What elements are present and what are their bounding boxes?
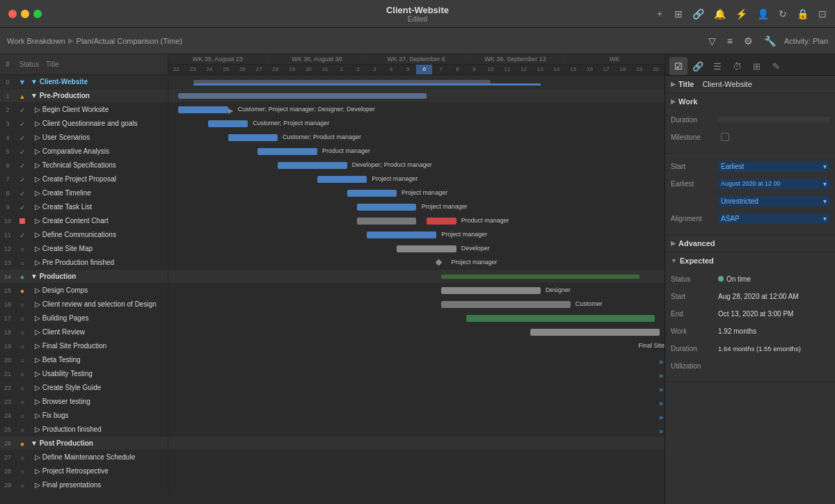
rp-expected-header[interactable]: ▼ Expected xyxy=(665,252,835,269)
lock-icon[interactable]: 🔒 xyxy=(797,8,809,19)
table-row[interactable]: 23 ○ ▷ Browser testing » xyxy=(0,395,665,409)
table-row[interactable]: 11 ✓ ▷ Define Communications Project man… xyxy=(0,228,665,242)
table-row[interactable]: 13 ○ ▷ Pre Production finished Project m… xyxy=(0,256,665,270)
table-row[interactable]: 28 ○ ▷ Project Retrospective xyxy=(0,464,665,478)
rp-unrestricted-select[interactable]: Unrestricted ▾ xyxy=(718,196,829,206)
breadcrumb-item-2[interactable]: Plan/Actual Comparison (Time) xyxy=(77,37,182,45)
table-row[interactable]: 1 ▲ ▼ Pre-Production xyxy=(0,89,665,103)
table-row[interactable]: 8 ✓ ▷ Create Timeline Project manager xyxy=(0,186,665,200)
row-title-21[interactable]: ▷ Usability Testing xyxy=(29,370,168,377)
row-title-23[interactable]: ▷ Browser testing xyxy=(29,398,168,405)
rp-tab-list[interactable]: ☰ xyxy=(708,57,726,75)
row-title-9[interactable]: ▷ Create Task List xyxy=(29,203,168,211)
row-title-13[interactable]: ▷ Pre Production finished xyxy=(29,259,168,266)
wrench-button[interactable]: 🔧 xyxy=(761,34,779,48)
table-row[interactable]: 18 ○ ▷ Client Review xyxy=(0,325,665,339)
sort-button[interactable]: ≡ xyxy=(724,34,735,48)
table-row[interactable]: 16 ○ ▷ Client review and selection of De… xyxy=(0,298,665,311)
rp-title-header[interactable]: ▶ Title Client-Website xyxy=(665,76,835,92)
gantt-row-11: Project manager xyxy=(168,228,665,242)
table-row[interactable]: 24 ○ ▷ Fix bugs » xyxy=(0,409,665,423)
table-row[interactable]: 17 ○ ▷ Building Pages xyxy=(0,311,665,325)
rp-milestone-checkbox[interactable] xyxy=(721,133,729,141)
disc-work-icon: ▶ xyxy=(671,98,676,105)
user-icon[interactable]: 👤 xyxy=(757,8,769,19)
table-row[interactable]: 21 ○ ▷ Usability Testing » xyxy=(0,367,665,381)
row-title-7[interactable]: ▷ Create Project Proposal xyxy=(29,175,168,183)
row-title-0[interactable]: ▼ Client-Website xyxy=(29,78,168,86)
table-row[interactable]: 15 ● ▷ Design Comps Designer xyxy=(0,284,665,298)
row-title-3[interactable]: ▷ Client Questionnaire and goals xyxy=(29,120,168,127)
row-title-18[interactable]: ▷ Client Review xyxy=(29,328,168,336)
row-title-20[interactable]: ▷ Beta Testing xyxy=(29,356,168,364)
table-row[interactable]: 4 ✓ ▷ User Scenarios Customer; Product m… xyxy=(0,131,665,145)
row-title-11[interactable]: ▷ Define Communications xyxy=(29,231,168,238)
row-title-10[interactable]: ▷ Create Content Chart xyxy=(29,217,168,225)
table-row[interactable]: 20 ○ ▷ Beta Testing » xyxy=(0,353,665,367)
bolt-icon[interactable]: ⚡ xyxy=(735,8,747,19)
settings-button[interactable]: ⚙ xyxy=(741,34,756,48)
close-button[interactable] xyxy=(8,10,17,18)
row-status-2: ✓ xyxy=(15,106,29,114)
rp-advanced-header[interactable]: ▶ Advanced xyxy=(665,235,835,252)
table-row[interactable]: 2 ✓ ▷ Begin Client Worksite Customer; Pr… xyxy=(0,103,665,117)
link-icon[interactable]: 🔗 xyxy=(692,8,704,19)
rp-alignment-select[interactable]: ASAP ▾ xyxy=(718,213,829,224)
row-title-29[interactable]: ▷ Final presentations xyxy=(29,481,168,489)
table-row[interactable]: 14 ● ▼ Production xyxy=(0,270,665,284)
table-row[interactable]: 29 ○ ▷ Final presentations xyxy=(0,478,665,492)
row-title-22[interactable]: ▷ Create Style Guide xyxy=(29,384,168,391)
grid-icon[interactable]: ⊞ xyxy=(674,8,683,19)
bell-icon[interactable]: 🔔 xyxy=(714,8,726,19)
table-row[interactable]: 22 ○ ▷ Create Style Guide » xyxy=(0,381,665,395)
table-row[interactable]: 7 ✓ ▷ Create Project Proposal Project ma… xyxy=(0,172,665,186)
row-title-14[interactable]: ▼ Production xyxy=(29,273,168,280)
filter-button[interactable]: ▽ xyxy=(706,34,719,48)
rp-work-header[interactable]: ▶ Work xyxy=(665,93,835,110)
table-row[interactable]: 19 ○ ▷ Final Site Production Final Site xyxy=(0,339,665,353)
refresh-icon[interactable]: ↻ xyxy=(779,8,787,19)
row-title-25[interactable]: ▷ Production finished xyxy=(29,425,168,433)
rp-tab-grid[interactable]: ⊞ xyxy=(747,57,765,75)
table-row[interactable]: 12 ○ ▷ Create Site Map Developer xyxy=(0,242,665,256)
row-title-24[interactable]: ▷ Fix bugs xyxy=(29,412,168,419)
window-icon[interactable]: ⊡ xyxy=(818,8,827,19)
table-row[interactable]: 26 ● ▼ Post Production xyxy=(0,437,665,450)
rp-tab-info[interactable]: ☑ xyxy=(669,57,687,75)
row-title-26[interactable]: ▼ Post Production xyxy=(29,439,168,447)
row-title-6[interactable]: ▷ Technical Specifications xyxy=(29,161,168,169)
table-row[interactable]: 0 ▼ ▼ Client-Website xyxy=(0,75,665,89)
row-title-27[interactable]: ▷ Define Maintenance Schedule xyxy=(29,453,168,461)
rp-earliest-select[interactable]: August 2020 at 12 00 ▾ xyxy=(718,179,829,189)
row-num-10: 10 xyxy=(0,218,15,225)
breadcrumb-item-1[interactable]: Work Breakdown xyxy=(7,37,65,45)
table-row[interactable]: 3 ✓ ▷ Client Questionnaire and goals Cus… xyxy=(0,117,665,131)
row-title-15[interactable]: ▷ Design Comps xyxy=(29,286,168,294)
rp-tab-edit[interactable]: ✎ xyxy=(767,57,785,75)
row-title-16[interactable]: ▷ Client review and selection of Design xyxy=(29,300,168,308)
table-row[interactable]: 25 ○ ▷ Production finished » xyxy=(0,423,665,437)
row-num-27: 27 xyxy=(0,454,15,461)
table-row[interactable]: 6 ✓ ▷ Technical Specifications Developer… xyxy=(0,158,665,172)
minimize-button[interactable] xyxy=(21,10,29,18)
row-title-19[interactable]: ▷ Final Site Production xyxy=(29,342,168,350)
table-row[interactable]: 5 ✓ ▷ Comparative Analysis Product manag… xyxy=(0,145,665,158)
rp-tab-clock[interactable]: ⏱ xyxy=(728,57,746,75)
table-row[interactable]: 9 ✓ ▷ Create Task List Project manager xyxy=(0,200,665,214)
rp-tab-link[interactable]: 🔗 xyxy=(689,57,707,75)
fullscreen-button[interactable] xyxy=(33,10,42,18)
rp-start-select[interactable]: Earliest ▾ xyxy=(718,161,829,172)
traffic-lights[interactable] xyxy=(8,10,42,18)
row-title-17[interactable]: ▷ Building Pages xyxy=(29,314,168,322)
titlebar-icons[interactable]: ＋ ⊞ 🔗 🔔 ⚡ 👤 ↻ 🔒 ⊡ xyxy=(655,8,827,20)
table-row[interactable]: 27 ○ ▷ Define Maintenance Schedule xyxy=(0,450,665,464)
row-title-5[interactable]: ▷ Comparative Analysis xyxy=(29,147,168,155)
row-title-28[interactable]: ▷ Project Retrospective xyxy=(29,467,168,475)
row-title-1[interactable]: ▼ Pre-Production xyxy=(29,92,168,99)
row-title-2[interactable]: ▷ Begin Client Worksite xyxy=(29,106,168,113)
row-title-8[interactable]: ▷ Create Timeline xyxy=(29,189,168,197)
row-title-4[interactable]: ▷ User Scenarios xyxy=(29,133,168,141)
table-row[interactable]: 10 ▷ Create Content Chart Product manage… xyxy=(0,214,665,228)
row-title-12[interactable]: ▷ Create Site Map xyxy=(29,245,168,252)
add-icon[interactable]: ＋ xyxy=(655,8,665,20)
